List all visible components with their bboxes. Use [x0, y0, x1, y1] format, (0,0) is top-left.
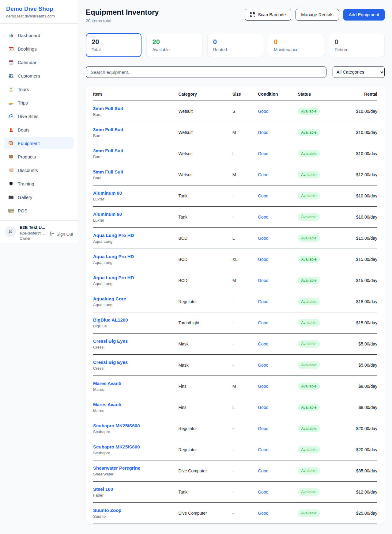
barcode-icon: [250, 12, 255, 18]
condition-link[interactable]: Good: [258, 447, 268, 452]
column-header-rental: Rental: [349, 86, 377, 101]
status-badge: Available: [298, 361, 320, 369]
manage-rentals-label: Manage Rentals: [301, 12, 334, 17]
search-input[interactable]: [86, 66, 326, 78]
item-link[interactable]: Scubapro MK25/S600: [93, 444, 178, 449]
sidebar-item-pos[interactable]: POS: [4, 204, 74, 217]
stat-label-maintenance: Maintenance: [274, 47, 318, 52]
brand-title[interactable]: Demo Dive Shop: [6, 6, 72, 12]
condition-link[interactable]: Good: [258, 511, 268, 516]
item-rental: $10.00/day: [349, 185, 377, 207]
condition-link[interactable]: Good: [258, 341, 268, 346]
item-link[interactable]: 5mm Full Suit: [93, 169, 178, 174]
item-brand: Aqua Lung: [93, 281, 178, 286]
item-link[interactable]: 3mm Full Suit: [93, 106, 178, 111]
item-rental: $8.00/day: [349, 397, 377, 418]
status-badge: Available: [298, 213, 320, 221]
item-category: Tank: [178, 185, 232, 207]
stat-card-maintenance[interactable]: 0 Maintenance: [268, 33, 324, 57]
sidebar-item-customers[interactable]: Customers: [4, 70, 74, 82]
tours-icon: [8, 86, 14, 92]
products-icon: [8, 154, 14, 159]
condition-link[interactable]: Good: [258, 278, 268, 283]
condition-link[interactable]: Good: [258, 320, 268, 325]
item-link[interactable]: Aqualung Core: [93, 296, 178, 301]
sidebar-item-dive-sites[interactable]: Dive Sites: [4, 110, 74, 122]
table-row: Scubapro MK25/S600 Scubapro Regulator - …: [93, 418, 377, 439]
sidebar-item-dashboard[interactable]: Dashboard: [4, 29, 74, 41]
calendar-icon: [8, 59, 14, 65]
item-brand: Scubapro: [93, 429, 178, 434]
sidebar-item-training[interactable]: Training: [4, 177, 74, 190]
stat-label-retired: Retired: [335, 47, 379, 52]
category-filter[interactable]: All Categories: [333, 66, 385, 78]
item-link[interactable]: Aluminum 80: [93, 190, 178, 196]
sidebar-item-tours[interactable]: Tours: [4, 83, 74, 95]
stat-card-retired[interactable]: 0 Retired: [329, 33, 385, 57]
item-link[interactable]: 3mm Full Suit: [93, 148, 178, 153]
status-badge: Available: [298, 383, 320, 390]
stat-value-rented: 0: [213, 38, 257, 46]
add-equipment-button[interactable]: Add Equipment: [343, 9, 385, 21]
equipment-table-card: Item Category Size Condition Status Rent…: [86, 86, 385, 524]
stat-card-rented[interactable]: 0 Rented: [207, 33, 263, 57]
item-category: Dive Computer: [178, 460, 232, 482]
condition-link[interactable]: Good: [258, 299, 268, 304]
table-row: 3mm Full Suit Bare Wetsuit M Good Availa…: [93, 122, 377, 143]
sidebar-item-equipment[interactable]: Equipment: [4, 137, 74, 149]
item-link[interactable]: Suunto Zoop: [93, 508, 178, 513]
condition-link[interactable]: Good: [258, 172, 268, 177]
item-link[interactable]: 3mm Full Suit: [93, 127, 178, 132]
sidebar-item-gallery[interactable]: Gallery: [4, 191, 74, 203]
status-badge: Available: [298, 108, 320, 115]
condition-link[interactable]: Good: [258, 130, 268, 135]
scan-barcode-button[interactable]: Scan Barcode: [245, 9, 291, 21]
item-link[interactable]: BigBlue AL1200: [93, 317, 178, 322]
item-brand: Bare: [93, 133, 178, 138]
condition-link[interactable]: Good: [258, 109, 268, 114]
item-brand: Cressi: [93, 345, 178, 349]
sidebar-item-products[interactable]: Products: [4, 151, 74, 163]
condition-link[interactable]: Good: [258, 384, 268, 389]
item-link[interactable]: Cressi Big Eyes: [93, 338, 178, 344]
sidebar-item-discounts[interactable]: Discounts: [4, 164, 74, 176]
sidebar-item-label: Tours: [18, 87, 29, 92]
condition-link[interactable]: Good: [258, 257, 268, 262]
sidebar-item-calendar[interactable]: Calendar: [4, 56, 74, 68]
user-box: E2E Test U... e2e-tester@... Owner Sign …: [0, 220, 78, 246]
sidebar-item-bookings[interactable]: 17 Bookings: [4, 43, 74, 55]
item-link[interactable]: Steel 100: [93, 486, 178, 492]
condition-link[interactable]: Good: [258, 193, 268, 198]
item-category: Dive Computer: [178, 503, 232, 524]
condition-link[interactable]: Good: [258, 363, 268, 368]
condition-link[interactable]: Good: [258, 468, 268, 473]
item-category: Regulator: [178, 291, 232, 312]
item-link[interactable]: Scubapro MK25/S600: [93, 423, 178, 428]
column-header-condition: Condition: [258, 86, 298, 101]
item-link[interactable]: Mares Avanti: [93, 381, 178, 386]
item-size: -: [232, 460, 258, 482]
sign-out-button[interactable]: Sign Out: [50, 231, 73, 237]
item-link[interactable]: Mares Avanti: [93, 402, 178, 407]
item-link[interactable]: Aqua Lung Pro HD: [93, 254, 178, 259]
item-link[interactable]: Aqua Lung Pro HD: [93, 275, 178, 280]
condition-link[interactable]: Good: [258, 215, 268, 219]
condition-link[interactable]: Good: [258, 151, 268, 156]
trips-icon: [8, 100, 14, 105]
item-category: Tank: [178, 482, 232, 503]
stat-card-total[interactable]: 20 Total: [86, 33, 141, 57]
item-link[interactable]: Cressi Big Eyes: [93, 360, 178, 365]
condition-link[interactable]: Good: [258, 405, 268, 410]
sidebar-item-boats[interactable]: Boats: [4, 124, 74, 136]
condition-link[interactable]: Good: [258, 490, 268, 494]
item-link[interactable]: Aluminum 80: [93, 212, 178, 217]
item-link[interactable]: Aqua Lung Pro HD: [93, 233, 178, 238]
sidebar-item-trips[interactable]: Trips: [4, 97, 74, 109]
condition-link[interactable]: Good: [258, 426, 268, 431]
item-link[interactable]: Shearwater Peregrine: [93, 465, 178, 471]
item-category: Wetsuit: [178, 164, 232, 185]
condition-link[interactable]: Good: [258, 236, 268, 241]
stat-card-available[interactable]: 20 Available: [146, 33, 202, 57]
item-rental: $15.00/day: [349, 270, 377, 291]
manage-rentals-button[interactable]: Manage Rentals: [296, 9, 339, 21]
